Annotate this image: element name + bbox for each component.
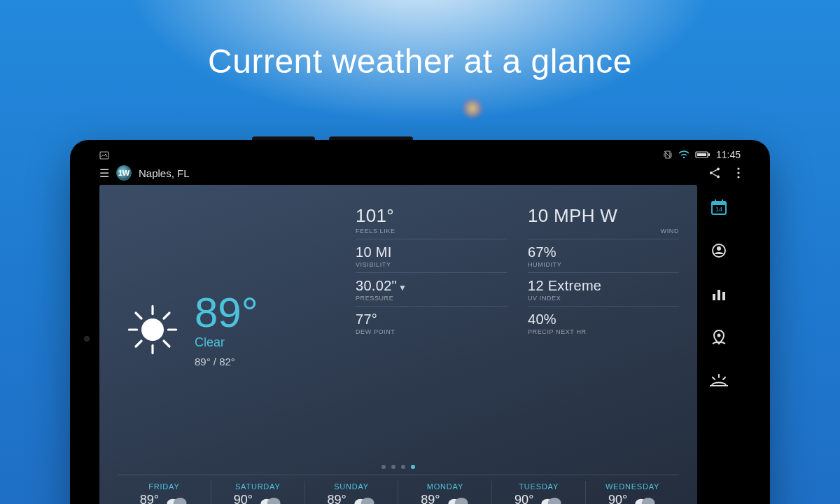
nav-sun-moon[interactable] — [709, 371, 729, 391]
svg-rect-38 — [722, 200, 723, 203]
forecast-day[interactable]: FRIDAY 89° 82° — [118, 481, 211, 504]
side-nav: 14 — [697, 185, 741, 504]
feels-like-value: 101° — [356, 205, 507, 227]
app-bar: ☰ 1W Naples, FL — [99, 161, 741, 185]
precip-value: 40% — [528, 312, 679, 328]
svg-rect-43 — [718, 290, 720, 300]
uv-label: UV INDEX — [528, 295, 679, 302]
svg-point-7 — [710, 172, 713, 174]
forecast-high: 90° — [514, 493, 533, 504]
sun-icon — [125, 302, 181, 358]
nav-map[interactable] — [709, 328, 729, 347]
forecast-high: 90° — [608, 493, 627, 504]
svg-rect-44 — [722, 292, 725, 300]
svg-rect-4 — [697, 153, 706, 156]
wind-label: WIND — [528, 227, 679, 234]
tablet-frame: 11:45 ☰ 1W Naples, FL — [70, 140, 770, 504]
svg-point-2 — [683, 157, 685, 159]
page-dot[interactable] — [401, 465, 405, 469]
metric-wind: 10 MPH W WIND — [528, 200, 679, 239]
svg-rect-36 — [712, 202, 726, 205]
svg-line-48 — [713, 377, 715, 379]
current-high-low: 89° / 82° — [195, 356, 258, 368]
pressure-value: 30.02" — [356, 278, 397, 293]
promo-title: Current weather at a glance — [0, 42, 840, 80]
svg-point-30 — [454, 498, 468, 504]
screenshot-icon — [99, 151, 109, 160]
svg-point-12 — [737, 172, 739, 174]
svg-rect-37 — [715, 200, 716, 203]
clock: 11:45 — [716, 149, 741, 160]
menu-button[interactable]: ☰ — [99, 167, 109, 180]
dewpoint-label: DEW POINT — [356, 328, 507, 335]
thunderstorm-icon — [539, 496, 563, 504]
svg-point-28 — [360, 498, 374, 504]
forecast-day-label: TUESDAY — [519, 482, 559, 491]
overflow-button[interactable] — [736, 167, 741, 179]
status-bar: 11:45 — [99, 144, 741, 161]
nav-graphs[interactable] — [709, 284, 729, 304]
metric-feels-like: 101° FEELS LIKE — [356, 200, 507, 239]
metric-dewpoint: 77° DEW POINT — [356, 306, 507, 340]
location-label[interactable]: Naples, FL — [139, 167, 190, 179]
precip-label: PRECIP NEXT HR — [528, 328, 679, 335]
nav-radar[interactable] — [709, 241, 729, 260]
uv-value: 12 Extreme — [528, 278, 679, 294]
forecast-day[interactable]: WEDNESDAY 90° 78° — [585, 481, 679, 504]
svg-line-49 — [723, 377, 725, 379]
thunderstorm-icon — [164, 496, 188, 504]
feels-like-label: FEELS LIKE — [356, 227, 507, 234]
svg-point-11 — [737, 167, 739, 169]
dewpoint-value: 77° — [356, 312, 507, 328]
app-logo[interactable]: 1W — [116, 165, 132, 181]
forecast-day[interactable]: SATURDAY 90° 77° — [211, 481, 304, 504]
forecast-high: 89° — [327, 493, 346, 504]
share-button[interactable] — [708, 167, 721, 179]
current-temperature: 89° — [195, 292, 258, 334]
metric-humidity: 67% HUMIDITY — [528, 239, 679, 272]
page-indicator[interactable] — [118, 462, 679, 475]
metric-visibility: 10 MI VISIBILITY — [356, 239, 507, 272]
page-dot[interactable] — [382, 465, 386, 469]
svg-point-24 — [174, 498, 187, 504]
page-dot-active[interactable] — [411, 465, 415, 469]
forecast-day[interactable]: MONDAY 89° 78° — [398, 481, 491, 504]
weather-panel[interactable]: 89° Clear 89° / 82° 101° FEELS LIKE — [99, 185, 697, 504]
pressure-label: PRESSURE — [356, 295, 507, 302]
forecast-row[interactable]: FRIDAY 89° 82° — [118, 475, 679, 504]
current-condition: Clear — [195, 335, 258, 350]
svg-text:14: 14 — [715, 206, 722, 213]
battery-icon — [695, 150, 710, 159]
thunderstorm-icon — [446, 496, 470, 504]
vibrate-icon — [663, 150, 673, 160]
svg-point-45 — [718, 334, 721, 337]
svg-line-19 — [136, 313, 141, 318]
current-conditions: 89° Clear 89° / 82° 101° FEELS LIKE — [118, 197, 679, 462]
front-camera — [84, 336, 90, 342]
volume-button — [329, 136, 413, 140]
page-dot[interactable] — [391, 465, 396, 469]
svg-point-26 — [267, 498, 281, 504]
forecast-day-label: FRIDAY — [148, 482, 179, 491]
svg-line-20 — [164, 341, 169, 346]
power-button — [252, 136, 315, 140]
svg-rect-42 — [713, 294, 715, 300]
svg-line-10 — [713, 174, 718, 176]
nav-calendar[interactable]: 14 — [709, 197, 729, 217]
visibility-value: 10 MI — [356, 244, 507, 260]
pressure-trend-icon: ▼ — [398, 283, 407, 293]
svg-point-34 — [642, 498, 655, 504]
wifi-icon — [678, 150, 690, 159]
forecast-day[interactable]: SUNDAY 89° 78° — [304, 481, 398, 504]
svg-rect-0 — [100, 152, 108, 159]
forecast-day-label: WEDNESDAY — [606, 482, 659, 491]
forecast-high: 89° — [140, 493, 159, 504]
humidity-value: 67% — [528, 244, 679, 260]
svg-point-14 — [141, 318, 164, 341]
metric-uv: 12 Extreme UV INDEX — [528, 272, 679, 306]
humidity-label: HUMIDITY — [528, 261, 679, 268]
svg-line-21 — [164, 313, 169, 318]
forecast-day[interactable]: TUESDAY 90° 78° — [491, 481, 585, 504]
svg-line-22 — [136, 341, 141, 346]
svg-rect-5 — [708, 153, 710, 156]
